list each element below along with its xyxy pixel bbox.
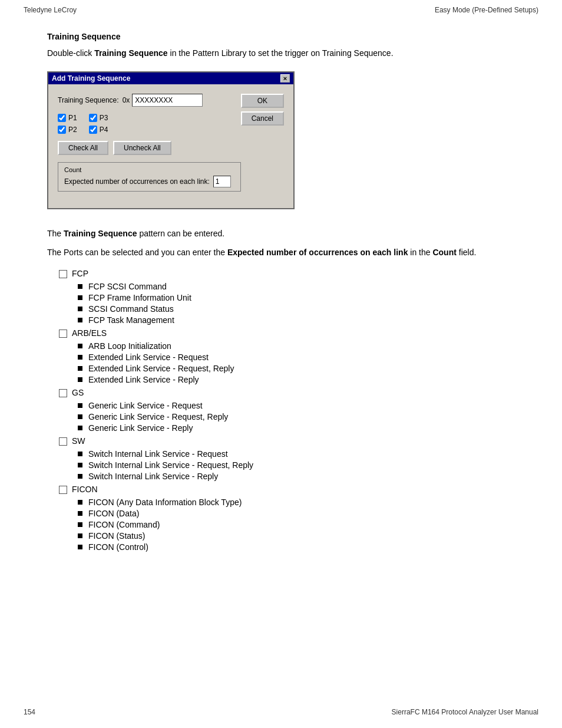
list-item-label: GS xyxy=(72,388,84,397)
sub-list-item: FICON (Data) xyxy=(78,509,515,518)
sub-list-item-label: FCP Task Management xyxy=(88,315,174,325)
checkbox-p3[interactable] xyxy=(89,114,97,122)
body2-bold: Expected number of occurrences on each l… xyxy=(227,248,408,257)
sub-list-item-label: FICON (Control) xyxy=(88,542,148,552)
sub-list-item: FICON (Status) xyxy=(78,531,515,541)
count-group: Count Expected number of occurrences on … xyxy=(58,162,241,192)
sub-list-item: Extended Link Service - Request, Reply xyxy=(78,364,515,373)
body1-bold: Training Sequence xyxy=(64,229,137,238)
ok-button[interactable]: OK xyxy=(241,94,284,108)
list-checkbox-icon xyxy=(59,437,67,446)
intro-text-rest: in the Pattern Library to set the trigge… xyxy=(168,48,394,58)
list-checkbox-icon xyxy=(59,389,67,397)
checkbox-p4[interactable] xyxy=(89,126,97,134)
list-item-label: SW xyxy=(72,436,85,446)
checkbox-p2-label: P2 xyxy=(68,126,77,134)
bullet-icon xyxy=(78,355,82,360)
list-item-main: ARB/ELS xyxy=(59,328,515,338)
bullet-icon xyxy=(78,366,82,371)
body-text-2: The Ports can be selected and you can en… xyxy=(47,246,515,259)
sub-list-item-label: Extended Link Service - Request xyxy=(88,353,209,362)
bullet-icon xyxy=(78,426,82,430)
sub-list-item-label: Generic Link Service - Reply xyxy=(88,423,193,433)
sub-list: FICON (Any Data Information Block Type)F… xyxy=(78,498,515,552)
intro-text-prefix: Double-click xyxy=(47,48,94,58)
bullet-icon xyxy=(78,522,82,527)
sub-list-item-label: FICON (Status) xyxy=(88,531,145,541)
sub-list-item: Extended Link Service - Reply xyxy=(78,375,515,384)
footer-page-number: 154 xyxy=(24,708,35,716)
bullet-icon xyxy=(78,377,82,382)
checkbox-p3-label: P3 xyxy=(100,114,108,122)
input-prefix: 0x xyxy=(123,96,130,104)
sub-list-item: Generic Link Service - Request, Reply xyxy=(78,412,515,421)
checkbox-p2[interactable] xyxy=(58,126,66,134)
intro-bold: Training Sequence xyxy=(94,48,167,58)
list-item-label: FICON xyxy=(72,485,98,494)
sub-list: Generic Link Service - RequestGeneric Li… xyxy=(78,401,515,433)
bullet-icon xyxy=(78,318,82,322)
bullet-icon xyxy=(78,463,82,467)
bullet-icon xyxy=(78,474,82,479)
bullet-icon xyxy=(78,295,82,300)
dialog-close-button[interactable]: × xyxy=(280,74,290,83)
sub-list-item: FCP Task Management xyxy=(78,315,515,325)
bullet-icon xyxy=(78,307,82,311)
sub-list-item-label: SCSI Command Status xyxy=(88,304,174,314)
sub-list-item-label: Extended Link Service - Request, Reply xyxy=(88,364,234,373)
sub-list-item-label: FICON (Command) xyxy=(88,520,160,529)
header-left: Teledyne LeCroy xyxy=(24,6,77,14)
sub-list-item-label: FCP Frame Information Unit xyxy=(88,293,191,302)
list-item-main: SW xyxy=(59,436,515,446)
sub-list-item: FCP SCSI Command xyxy=(78,282,515,291)
sub-list-item: Generic Link Service - Request xyxy=(78,401,515,410)
sub-list-item-label: Switch Internal Link Service - Reply xyxy=(88,472,218,481)
sub-list-item: FCP Frame Information Unit xyxy=(78,293,515,302)
check-all-button[interactable]: Check All xyxy=(58,141,108,155)
list-checkbox-icon xyxy=(59,330,67,338)
dialog-container: Add Training Sequence × Training Sequenc… xyxy=(47,71,515,209)
sub-list-item: ARB Loop Initialization xyxy=(78,341,515,351)
sub-list-item: FICON (Control) xyxy=(78,542,515,552)
training-label: Training Sequence: xyxy=(58,96,119,104)
list-checkbox-icon xyxy=(59,270,67,278)
bullet-icon xyxy=(78,284,82,289)
bullet-icon xyxy=(78,452,82,456)
count-label: Expected number of occurrences on each l… xyxy=(64,177,210,186)
cancel-button[interactable]: Cancel xyxy=(241,111,284,126)
checkbox-p4-label: P4 xyxy=(100,126,108,134)
sub-list-item-label: Generic Link Service - Request, Reply xyxy=(88,412,228,421)
training-sequence-input[interactable] xyxy=(132,94,203,107)
sub-list-item: FICON (Command) xyxy=(78,520,515,529)
dialog-title: Add Training Sequence xyxy=(52,74,130,83)
main-list: FCPFCP SCSI CommandFCP Frame Information… xyxy=(59,269,515,552)
list-item-label: ARB/ELS xyxy=(72,328,107,338)
sub-list-item-label: Switch Internal Link Service - Request, … xyxy=(88,460,253,470)
sub-list-item-label: Extended Link Service - Reply xyxy=(88,375,199,384)
count-legend: Count xyxy=(64,166,234,173)
bullet-icon xyxy=(78,511,82,516)
sub-list-item-label: FICON (Data) xyxy=(88,509,139,518)
bullet-icon xyxy=(78,533,82,538)
sub-list-item: Switch Internal Link Service - Reply xyxy=(78,472,515,481)
bullet-icon xyxy=(78,414,82,419)
sub-list: FCP SCSI CommandFCP Frame Information Un… xyxy=(78,282,515,325)
sub-list-item-label: Generic Link Service - Request xyxy=(88,401,203,410)
sub-list: Switch Internal Link Service - RequestSw… xyxy=(78,449,515,481)
dialog-action-column: OK Cancel xyxy=(241,94,284,126)
bullet-icon xyxy=(78,403,82,408)
list-item-label: FCP xyxy=(72,269,88,278)
section-title: Training Sequence xyxy=(47,32,515,41)
checkbox-p1[interactable] xyxy=(58,114,66,122)
sub-list-item: SCSI Command Status xyxy=(78,304,515,314)
body-text-1: The Training Sequence pattern can be ent… xyxy=(47,227,515,240)
sub-list: ARB Loop InitializationExtended Link Ser… xyxy=(78,341,515,384)
bullet-icon xyxy=(78,500,82,505)
sub-list-item: Extended Link Service - Request xyxy=(78,353,515,362)
add-training-sequence-dialog: Add Training Sequence × Training Sequenc… xyxy=(47,71,295,209)
count-input[interactable] xyxy=(213,176,231,187)
uncheck-all-button[interactable]: Uncheck All xyxy=(113,141,171,155)
sub-list-item: FICON (Any Data Information Block Type) xyxy=(78,498,515,507)
bullet-icon xyxy=(78,344,82,348)
list-checkbox-icon xyxy=(59,486,67,494)
